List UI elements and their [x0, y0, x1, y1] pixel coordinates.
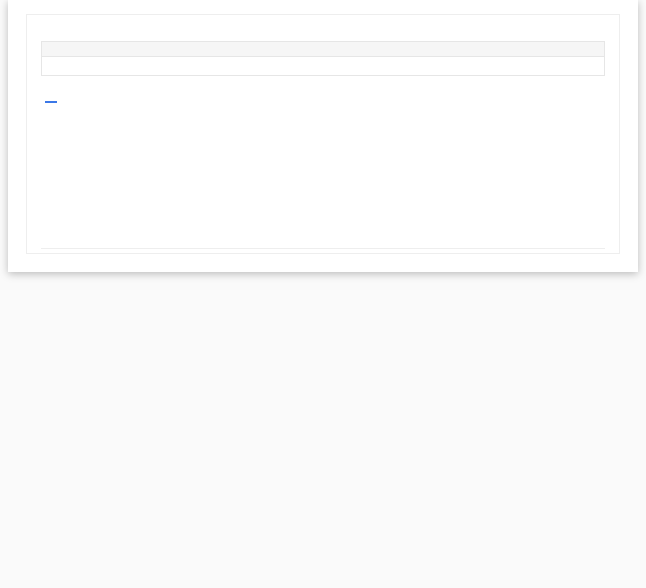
queries-table [41, 236, 605, 249]
col-queries[interactable] [65, 236, 324, 249]
col-clicks[interactable] [324, 236, 583, 249]
dimension-bar [41, 57, 605, 76]
clicks-chart [41, 116, 605, 226]
total-clicks-value [45, 96, 57, 103]
metric-bar [41, 41, 605, 57]
outro-paragraph [8, 254, 638, 268]
intro-paragraph [8, 0, 638, 14]
search-analytics-panel [26, 14, 620, 254]
